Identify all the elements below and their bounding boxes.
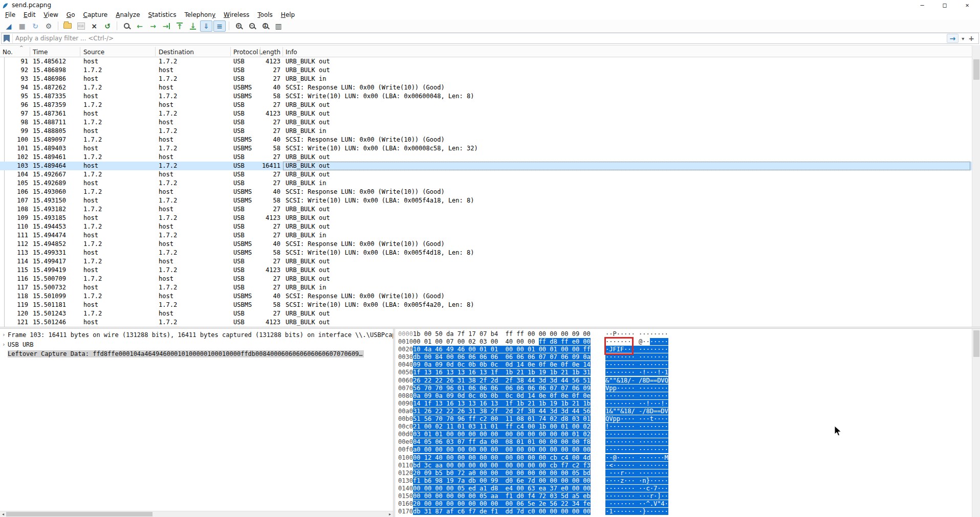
- packet-row[interactable]: 11215.4948521.7.2hostUSBMS40SCSI: Respon…: [0, 240, 972, 249]
- hex-row[interactable]: 004009 0a 09 0d 0c 0b 0b 0c 0d 14 0e 0f …: [395, 361, 972, 369]
- hex-row[interactable]: 010000 12 40 00 00 00 00 00 00 00 00 00 …: [395, 454, 972, 462]
- expander-arrow-icon[interactable]: ›: [2, 330, 6, 340]
- menu-item-wireless[interactable]: Wireless: [220, 10, 253, 19]
- hex-row[interactable]: 002010 4a 46 49 46 00 01 01 00 00 01 00 …: [395, 346, 972, 353]
- zoom-out-icon[interactable]: −: [246, 20, 258, 32]
- packet-row[interactable]: 10915.493185host1.7.2USB4123URB_BULK out: [0, 214, 972, 222]
- reload-file-icon[interactable]: ↺: [101, 20, 114, 32]
- column-header-no[interactable]: No.: [3, 49, 13, 56]
- packet-row[interactable]: 9215.4868981.7.2hostUSB27URB_BULK out: [0, 66, 972, 75]
- packet-row[interactable]: 9715.487361host1.7.2USB4123URB_BULK out: [0, 109, 972, 118]
- menu-item-capture[interactable]: Capture: [79, 10, 112, 19]
- hex-row[interactable]: 009014 1f 13 16 13 13 16 13 1f 1b 21 1b …: [395, 400, 972, 408]
- packet-row[interactable]: 10015.4890971.7.2hostUSBMS40SCSI: Respon…: [0, 136, 972, 144]
- filter-add-button[interactable]: +: [967, 34, 977, 42]
- menu-item-statistics[interactable]: Statistics: [144, 10, 181, 19]
- start-capture-icon[interactable]: ◢: [3, 20, 15, 32]
- hex-row[interactable]: 00501f 13 16 13 13 16 13 1f 1b 21 1b 19 …: [395, 369, 972, 376]
- column-header-source[interactable]: Source: [83, 49, 104, 56]
- expander-arrow-icon[interactable]: ›: [2, 340, 6, 350]
- scroll-left-arrow-icon[interactable]: ◂: [0, 511, 6, 517]
- packet-row[interactable]: 10515.492689host1.7.2USB27URB_BULK in: [0, 179, 972, 188]
- filter-apply-icon[interactable]: →: [947, 34, 959, 43]
- hex-row[interactable]: 007056 70 70 96 01 06 06 06 06 06 06 06 …: [395, 385, 972, 392]
- packet-row[interactable]: 10815.4931821.7.2hostUSB27URB_BULK out: [0, 205, 972, 214]
- hex-row[interactable]: 012020 09 b5 b0 72 a0 00 00 00 00 00 00 …: [395, 469, 972, 477]
- packet-bytes-scrollbar-thumb[interactable]: [973, 330, 979, 357]
- save-file-icon[interactable]: 010: [75, 20, 87, 32]
- details-hscroll-thumb[interactable]: [6, 512, 153, 516]
- restart-capture-icon[interactable]: ↻: [29, 20, 41, 32]
- packet-row[interactable]: 10215.4894611.7.2hostUSB27URB_BULK out: [0, 153, 972, 162]
- hex-row[interactable]: 006026 22 22 26 31 38 2f 2d 2f 38 44 3d …: [395, 377, 972, 385]
- detail-line[interactable]: Leftover Capture Data: ffd8ffe000104a464…: [0, 349, 393, 359]
- next-packet-icon[interactable]: →: [147, 20, 159, 32]
- hex-row[interactable]: 00a031 26 22 22 26 31 38 2f 2d 2f 38 44 …: [395, 408, 972, 415]
- packet-row[interactable]: 9915.488805host1.7.2USB27URB_BULK in: [0, 127, 972, 136]
- packet-row[interactable]: 10615.4930601.7.2hostUSBMS40SCSI: Respon…: [0, 188, 972, 196]
- goto-packet-icon[interactable]: →: [160, 20, 172, 32]
- packet-row[interactable]: 11315.499331host1.7.2USBMS58SCSI: Write(…: [0, 249, 972, 257]
- hex-row[interactable]: 001000 01 00 07 00 02 03 00 40 00 00 ff …: [395, 338, 972, 346]
- packet-row[interactable]: 10715.493150host1.7.2USBMS58SCSI: Write(…: [0, 196, 972, 205]
- menu-item-tools[interactable]: Tools: [253, 10, 277, 19]
- packet-row[interactable]: 11615.5007091.7.2hostUSB27URB_BULK out: [0, 275, 972, 283]
- hex-row[interactable]: 016020 00 00 00 00 00 00 00 00 06 5e 2e …: [395, 500, 972, 508]
- packet-row[interactable]: 9815.4887111.7.2hostUSB27URB_BULK out: [0, 118, 972, 127]
- packet-row[interactable]: 11015.4944531.7.2hostUSB27URB_BULK out: [0, 222, 972, 231]
- maximize-button[interactable]: □: [933, 0, 956, 10]
- hex-row[interactable]: 00b051 56 70 70 96 ff c2 00 11 08 01 74 …: [395, 415, 972, 423]
- find-packet-icon[interactable]: [120, 20, 133, 32]
- close-button[interactable]: ✕: [956, 0, 978, 10]
- packet-row[interactable]: 11415.4994171.7.2hostUSB27URB_BULK out: [0, 257, 972, 266]
- display-filter-input[interactable]: [12, 34, 947, 43]
- hex-row[interactable]: 00c021 00 02 11 01 03 11 01 ff c4 00 1b …: [395, 423, 972, 431]
- column-header-info[interactable]: Info: [286, 49, 297, 56]
- menu-item-analyze[interactable]: Analyze: [112, 10, 144, 19]
- scroll-right-arrow-icon[interactable]: ▸: [387, 511, 393, 517]
- close-file-icon[interactable]: ×: [88, 20, 100, 32]
- menu-item-go[interactable]: Go: [62, 10, 79, 19]
- packet-row[interactable]: 12115.501246host1.7.2USB4123URB_BULK out: [0, 318, 972, 327]
- menu-item-file[interactable]: File: [1, 10, 19, 19]
- column-separator[interactable]: [260, 47, 260, 56]
- previous-packet-icon[interactable]: ←: [134, 20, 146, 32]
- packet-row[interactable]: 9615.4873591.7.2hostUSB27URB_BULK out: [0, 101, 972, 109]
- capture-options-icon[interactable]: ⚙: [42, 20, 55, 32]
- column-separator[interactable]: [230, 47, 231, 56]
- packet-row[interactable]: 9115.485612host1.7.2USB4123URB_BULK out: [0, 57, 972, 66]
- details-horizontal-scrollbar[interactable]: ◂ ▸: [0, 511, 393, 517]
- hex-row[interactable]: 0170db 31 87 af c6 f7 de f1 dd 7d c0 00 …: [395, 508, 972, 515]
- column-header-destination[interactable]: Destination: [159, 49, 194, 56]
- column-separator[interactable]: [282, 47, 283, 56]
- title-bar[interactable]: send.pcapng – □ ✕: [0, 0, 980, 10]
- packet-row[interactable]: 10415.4926671.7.2hostUSB27URB_BULK out: [0, 170, 972, 179]
- hex-row[interactable]: 00001b 00 50 da 7f 17 07 b4 ff ff 00 00 …: [395, 330, 972, 338]
- packet-row[interactable]: 9315.486986host1.7.2USB27URB_BULK in: [0, 75, 972, 83]
- hex-row[interactable]: 00800a 09 0a 09 0d 0c 0b 0b 0c 0d 14 0e …: [395, 392, 972, 400]
- colorize-icon[interactable]: ≡: [213, 20, 226, 32]
- detail-line[interactable]: ›USB URB: [0, 340, 393, 350]
- hex-row[interactable]: 014000 00 00 00 05 ed a1 d8 e4 00 63 ea …: [395, 485, 972, 492]
- column-separator[interactable]: [30, 47, 30, 56]
- detail-line[interactable]: ›Frame 103: 16411 bytes on wire (131288 …: [0, 330, 393, 340]
- packet-row[interactable]: 11115.494474host1.7.2USB27URB_BULK in: [0, 231, 972, 240]
- hex-row[interactable]: 015000 00 00 00 00 00 05 aa f1 d0 f4 72 …: [395, 492, 972, 500]
- hex-row[interactable]: 0030db 00 84 00 06 06 06 06 06 06 06 07 …: [395, 353, 972, 361]
- filter-bookmark-icon[interactable]: [4, 35, 10, 42]
- zoom-100-icon[interactable]: 1: [259, 20, 271, 32]
- column-separator[interactable]: [155, 47, 156, 56]
- packet-row[interactable]: 11715.500732host1.7.2USB27URB_BULK in: [0, 283, 972, 292]
- open-file-icon[interactable]: [61, 20, 74, 32]
- packet-list-scrollbar-thumb[interactable]: [973, 59, 979, 80]
- column-separator[interactable]: [80, 47, 80, 56]
- menu-item-view[interactable]: View: [39, 10, 62, 19]
- hex-row[interactable]: 00f0a0 00 00 00 00 00 00 00 00 00 00 00 …: [395, 446, 972, 454]
- packet-row[interactable]: 11915.501181host1.7.2USBMS58SCSI: Write(…: [0, 301, 972, 309]
- stop-capture-icon[interactable]: ■: [16, 20, 28, 32]
- column-header-time[interactable]: Time: [33, 49, 48, 56]
- hex-row[interactable]: 00d003 01 01 00 00 00 00 00 00 00 00 00 …: [395, 431, 972, 438]
- column-header-length[interactable]: Length: [249, 49, 280, 56]
- last-packet-icon[interactable]: ↓: [187, 20, 199, 32]
- menu-item-telephony[interactable]: Telephony: [180, 10, 220, 19]
